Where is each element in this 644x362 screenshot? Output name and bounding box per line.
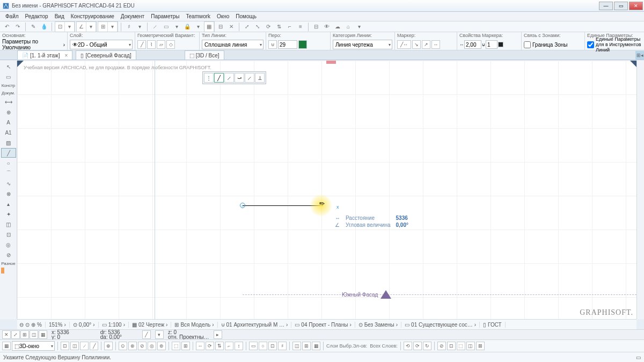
bb21-icon[interactable]: ♯ [278,342,287,350]
s7-icon[interactable]: ▯ [483,322,486,328]
s4-icon[interactable]: ▭ [295,322,299,328]
line-tool-icon[interactable]: ╱ [1,148,16,158]
s3-icon[interactable]: ⊍ [221,322,225,328]
marquee-tool-icon[interactable]: ▭ [1,72,16,82]
menu-design[interactable]: Конструирование [68,13,118,19]
bb19-icon[interactable]: ○ [259,342,267,350]
zoom-out-icon[interactable]: ⊖ [19,322,24,328]
marker-color-swatch[interactable] [498,42,503,47]
menu-help[interactable]: Помощь [232,13,260,19]
menu-teamwork[interactable]: Teamwork [183,13,214,19]
bb31-icon[interactable]: ◫ [466,342,475,350]
marker-end-icon[interactable]: ↗ [422,40,430,49]
bb28-icon[interactable]: ⊘ [437,342,446,350]
snap6-icon[interactable]: ▾ [108,22,118,32]
s1-icon[interactable]: ▦ [132,322,137,328]
cloud-icon[interactable]: ☁ [333,22,342,32]
zoom-value[interactable]: 151% [49,322,63,328]
bb14-icon[interactable]: ⟳ [206,342,214,350]
dd-icon[interactable]: ▾ [172,22,181,32]
snap4-icon[interactable]: ▾ [86,22,96,32]
t6-icon[interactable]: ≡ [296,22,305,32]
coord-play-icon[interactable]: ▸ [214,330,222,339]
pet-grip-icon[interactable]: ⋮ [204,73,214,83]
drawing-canvas[interactable]: Учебная версия ARCHICAD, не для продажи.… [17,61,636,319]
t4-icon[interactable]: ⇅ [274,22,284,32]
detail-tool-icon[interactable]: ◎ [1,240,16,249]
menu-options[interactable]: Параметры [148,13,182,19]
tab-3d[interactable]: ⬚[3D / Все] [185,50,224,60]
trace-icon[interactable]: ▦ [204,22,214,32]
pet-perp-icon[interactable]: ⊥ [255,73,265,83]
menu-view[interactable]: Вид [52,13,68,19]
spline-tool-icon[interactable]: ∿ [1,179,16,188]
circle-tool-icon[interactable]: ○ [1,158,16,168]
s6-value[interactable]: 01 Существующее сос… [411,322,473,328]
geom-rect-icon[interactable]: ▱ [157,40,165,49]
coord-dd-icon[interactable]: ▾ [155,330,164,339]
drawing-tool-icon[interactable]: ✦ [1,209,16,219]
bb12-icon[interactable]: ⊞ [181,342,190,350]
bb20-icon[interactable]: ⊡ [268,342,277,350]
bb6-icon[interactable]: ⊙ [119,342,127,350]
ruler-icon[interactable]: ⟋ [150,22,160,32]
bb26-icon[interactable]: ⟳ [413,342,422,350]
maximize-button[interactable]: ▭ [614,2,628,10]
bb15-icon[interactable]: ⇅ [215,342,224,350]
split-icon[interactable]: ⊟ [311,22,321,32]
marker-start-icon[interactable]: ↘ [412,40,421,49]
marker-both-icon[interactable]: ↔ [431,40,440,49]
coord-b3-icon[interactable]: ⊞ [20,330,29,339]
level-tool-icon[interactable]: ⊕ [1,107,16,117]
zoom-fit-icon[interactable]: ⊙ [25,322,30,328]
orient-icon[interactable]: ⊙ [73,322,77,328]
bb10-icon[interactable]: ⊛ [157,342,166,350]
fill-tool-icon[interactable]: ▨ [1,138,16,147]
undo-icon[interactable]: ↶ [2,22,12,32]
pen-icon[interactable]: ⊍ [268,40,277,49]
hotspot-tool-icon[interactable]: ⊗ [1,189,16,198]
menu-document[interactable]: Документ [118,13,148,19]
home-icon[interactable]: ⌂ [343,22,353,32]
bb1-icon[interactable]: ⊡ [61,342,69,350]
coord-b2-icon[interactable]: ⤢ [11,330,20,339]
arrow-tool-icon[interactable]: ↖ [1,62,16,71]
x-icon[interactable]: ✕ [226,22,236,32]
menu-file[interactable]: Файл [2,13,22,19]
worksheet-tool-icon[interactable]: ⊘ [1,250,16,260]
bb23-icon[interactable]: ⊞ [302,342,311,350]
bb3-icon[interactable]: ⟋ [80,342,89,350]
dd3-icon[interactable]: ▾ [354,22,364,32]
geom-rot-icon[interactable]: ◇ [166,40,175,49]
coord-b1-icon[interactable]: ✕ [2,330,11,339]
bb9-icon[interactable]: ◎ [148,342,156,350]
bb5-icon[interactable]: ⊕ [104,342,113,350]
snap1-icon[interactable]: ⊡ [55,22,65,32]
scale-value[interactable]: 1:100 [108,322,122,328]
s7-value[interactable]: ГОСТ [488,322,502,328]
page-icon[interactable]: ▭ [161,22,171,32]
show-icon[interactable]: 👁 [322,22,332,32]
pet-tan-icon[interactable]: ⤻ [235,73,244,83]
snap5-icon[interactable]: ⊞ [98,22,108,32]
t3-icon[interactable]: ⟳ [264,22,273,32]
uniform-checkbox[interactable] [587,41,594,48]
pet-arc-icon[interactable]: ⟋ [224,73,234,83]
lock-icon[interactable]: 🔒 [182,22,192,32]
label-tool-icon[interactable]: A1 [1,128,16,137]
snap3-icon[interactable]: ∠ [77,22,86,32]
bb4-icon[interactable]: ╱ [90,342,98,350]
tab-floorplan[interactable]: 📄[1. 1-й этаж]× [17,50,72,60]
status-window-icon[interactable]: ▭ [636,354,641,360]
bb30-icon[interactable]: ⬚ [457,342,465,350]
coord-line-icon[interactable]: ╱ [142,330,151,339]
marker-pen-input[interactable] [486,40,497,49]
s2-value[interactable]: Вся Модель [180,322,210,328]
figure-tool-icon[interactable]: ▴ [1,199,16,209]
bb27-icon[interactable]: ↻ [423,342,431,350]
s5-icon[interactable]: ⊙ [358,322,363,328]
bb22-icon[interactable]: ◫ [292,342,301,350]
bot-nav-icon[interactable]: ▦ [2,342,11,350]
dimension-tool-icon[interactable]: ⟷ [1,97,16,107]
text-tool-icon[interactable]: A [1,117,16,127]
